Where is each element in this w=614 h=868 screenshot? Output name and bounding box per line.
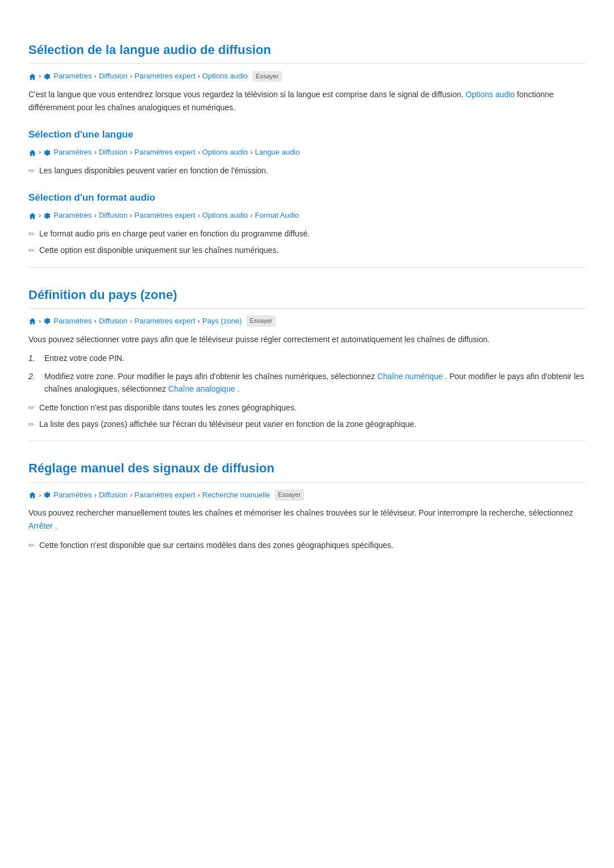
home-icon-4[interactable] <box>28 317 36 325</box>
note-list-langue: ✏ Les langues disponibles peuvent varier… <box>28 164 586 177</box>
breadcrumb-link-langue-audio[interactable]: Langue audio <box>255 147 300 159</box>
breadcrumb-link-expert-1[interactable]: Paramètres expert <box>135 70 196 82</box>
divider-1 <box>28 267 586 268</box>
sep-1a: › <box>39 70 41 82</box>
breadcrumb-link-parametres-2[interactable]: Paramètres <box>53 147 92 159</box>
breadcrumb-format-audio: › Paramètres › Diffusion › Paramètres ex… <box>28 210 586 222</box>
pencil-icon-1: ✏ <box>28 165 35 177</box>
breadcrumb-link-expert-2[interactable]: Paramètres expert <box>135 147 196 159</box>
ordered-item-1: 1. Entrez votre code PIN. <box>28 352 586 364</box>
body-text-3: Vous pouvez rechercher manuellement tout… <box>28 506 586 533</box>
breadcrumb-link-expert-4[interactable]: Paramètres expert <box>135 315 196 327</box>
breadcrumb-1: › Paramètres › Diffusion › Paramètres ex… <box>28 70 586 82</box>
note-list-reglage: ✏ Cette fonction n'est disponible que su… <box>28 539 586 552</box>
breadcrumb-reglage: › Paramètres › Diffusion › Paramètres ex… <box>28 489 586 501</box>
chaine-numerique-link[interactable]: Chaîne numérique <box>377 372 443 381</box>
breadcrumb-link-recherche-manuelle[interactable]: Recherche manuelle <box>202 489 270 501</box>
home-icon-5[interactable] <box>28 491 36 499</box>
chaine-analogique-link[interactable]: Chaîne analogique <box>168 384 235 393</box>
breadcrumb-pays: › Paramètres › Diffusion › Paramètres ex… <box>28 315 586 327</box>
page-content: Sélection de la langue audio de diffusio… <box>28 40 586 551</box>
ordered-list-pays: 1. Entrez votre code PIN. 2. Modifiez vo… <box>28 352 586 396</box>
breadcrumb-link-diffusion-3[interactable]: Diffusion <box>99 210 127 222</box>
breadcrumb-link-options-audio-1[interactable]: Options audio <box>202 70 248 82</box>
section-selection-langue-audio: Sélection de la langue audio de diffusio… <box>28 40 586 257</box>
breadcrumb-link-expert-5[interactable]: Paramètres expert <box>135 489 196 501</box>
body-text-1: C'est la langue que vous entendrez lorsq… <box>28 88 586 114</box>
section-definition-pays: Définition du pays (zone) › Paramètres ›… <box>28 285 586 431</box>
pencil-icon-4: ✏ <box>28 402 35 414</box>
breadcrumb-link-parametres-1[interactable]: Paramètres <box>53 70 92 82</box>
subsection-title-format-audio: Sélection d'un format audio <box>28 190 586 205</box>
section-title-3: Réglage manuel des signaux de diffusion <box>28 458 586 482</box>
arreter-link[interactable]: Arrêter <box>28 521 53 530</box>
essayer-badge-3: Essayer <box>275 489 304 501</box>
breadcrumb-link-format-audio[interactable]: Format Audio <box>255 210 298 222</box>
breadcrumb-link-diffusion-4[interactable]: Diffusion <box>99 315 127 327</box>
note-item-format-1: ✏ Le format audio pris en charge peut va… <box>28 227 586 240</box>
pencil-icon-5: ✏ <box>28 419 35 431</box>
gear-icon-3 <box>43 212 51 220</box>
section-title-2: Définition du pays (zone) <box>28 285 586 309</box>
divider-2 <box>28 441 586 441</box>
pencil-icon-6: ✏ <box>28 540 35 552</box>
gear-icon-1 <box>43 73 51 81</box>
essayer-badge-1: Essayer <box>252 71 282 82</box>
breadcrumb-link-parametres-3[interactable]: Paramètres <box>53 210 92 222</box>
options-audio-link-1[interactable]: Options audio <box>466 90 515 99</box>
home-icon-3[interactable] <box>28 212 36 220</box>
gear-icon-4 <box>43 317 51 325</box>
body-text-2: Vous pouvez sélectionner votre pays afin… <box>28 333 586 346</box>
note-item-pays-1: ✏ Cette fonction n'est pas disponible da… <box>28 401 586 414</box>
note-list-pays: ✏ Cette fonction n'est pas disponible da… <box>28 401 586 431</box>
section-title-1: Sélection de la langue audio de diffusio… <box>28 40 586 64</box>
subsection-title-langue: Sélection d'une langue <box>28 127 586 142</box>
breadcrumb-link-diffusion-1[interactable]: Diffusion <box>99 70 127 82</box>
home-icon[interactable] <box>28 73 36 81</box>
gear-icon-2 <box>43 149 51 157</box>
essayer-badge-2: Essayer <box>246 315 276 327</box>
breadcrumb-link-options-audio-2[interactable]: Options audio <box>202 147 248 159</box>
ordered-item-2: 2. Modifiez votre zone. Pour modifier le… <box>28 370 586 396</box>
note-list-format-audio: ✏ Le format audio pris en charge peut va… <box>28 227 586 257</box>
home-icon-2[interactable] <box>28 149 36 157</box>
gear-icon-5 <box>43 491 51 499</box>
breadcrumb-link-diffusion-2[interactable]: Diffusion <box>99 147 127 159</box>
breadcrumb-link-diffusion-5[interactable]: Diffusion <box>99 489 127 501</box>
note-item-pays-2: ✏ La liste des pays (zones) affichée sur… <box>28 418 586 431</box>
breadcrumb-link-pays-zone[interactable]: Pays (zone) <box>202 315 242 327</box>
note-item: ✏ Les langues disponibles peuvent varier… <box>28 164 586 177</box>
breadcrumb-link-parametres-4[interactable]: Paramètres <box>53 315 92 327</box>
breadcrumb-link-parametres-5[interactable]: Paramètres <box>53 489 92 501</box>
pencil-icon-3: ✏ <box>28 245 35 257</box>
note-item-reglage-1: ✏ Cette fonction n'est disponible que su… <box>28 539 586 552</box>
breadcrumb-link-expert-3[interactable]: Paramètres expert <box>135 210 196 222</box>
section-reglage-manuel: Réglage manuel des signaux de diffusion … <box>28 458 586 551</box>
pencil-icon-2: ✏ <box>28 229 35 240</box>
breadcrumb-link-options-audio-3[interactable]: Options audio <box>202 210 248 222</box>
note-item-format-2: ✏ Cette option est disponible uniquement… <box>28 244 586 257</box>
breadcrumb-langue: › Paramètres › Diffusion › Paramètres ex… <box>28 147 586 159</box>
